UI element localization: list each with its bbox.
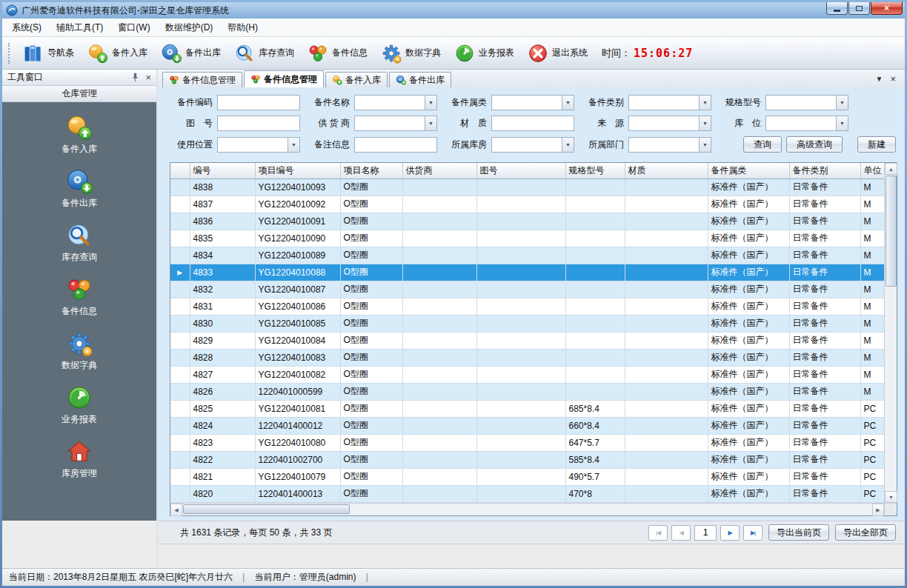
sidebar-item-inventory-search[interactable]: 库存查询 [2,222,156,264]
part-code-input[interactable] [217,95,300,110]
row-indicator[interactable] [170,230,190,247]
chevron-down-icon[interactable]: ▼ [699,116,711,130]
sidebar-item-data-dict[interactable]: 数据字典 [2,330,156,372]
menu-item[interactable]: 窗口(W) [110,19,157,36]
menu-item[interactable]: 系统(S) [4,19,49,36]
horizontal-scroll-thumb[interactable] [183,504,350,514]
department-combobox[interactable]: ▼ [628,137,711,153]
column-header[interactable]: 备件类别 [789,163,860,178]
toolbar-item-inbound[interactable]: 备件入库 [81,40,154,67]
chevron-down-icon[interactable]: ▼ [288,138,299,152]
source-combobox[interactable]: ▼ [628,116,711,131]
drawing-no-input[interactable] [217,116,300,131]
column-header[interactable]: 单位 [860,163,884,178]
menu-item[interactable]: 帮助(H) [220,19,265,36]
toolbar-item-outbound[interactable]: 备件出库 [154,40,227,67]
table-row[interactable]: 4828YG12204010083O型圈标准件（国产）日常备件M [170,349,884,366]
minimize-button[interactable] [826,2,848,15]
toolbar-item-parts-info[interactable]: 备件信息 [301,40,374,67]
vertical-scrollbar[interactable]: ▲ ▼ [884,163,897,503]
row-indicator[interactable] [170,332,190,349]
row-indicator[interactable] [170,468,190,485]
row-indicator[interactable] [170,349,190,366]
horizontal-scroll-track[interactable] [350,504,872,515]
row-indicator[interactable] [170,485,190,502]
next-page-button[interactable]: ▶ [720,525,740,541]
sidebar-item-outbound[interactable]: 备件出库 [2,168,156,210]
scroll-left-icon[interactable]: ◀ [170,504,182,516]
menu-item[interactable]: 辅助工具(T) [49,19,110,36]
tab-3-outbound[interactable]: 备件出库 [389,72,451,87]
spec-model-combobox[interactable]: ▼ [765,95,848,110]
table-row[interactable]: 4827YG12204010082O型圈标准件（国产）日常备件M [170,366,884,383]
sidebar-close-icon[interactable]: × [145,73,151,82]
table-row[interactable]: 4835YG12204010090O型圈标准件（国产）日常备件M [170,230,884,247]
tab-close-icon[interactable]: × [890,74,896,84]
export-current-page-button[interactable]: 导出当前页 [768,524,829,541]
column-header[interactable]: 项目编号 [255,163,340,178]
location-combobox[interactable]: ▼ [765,116,848,131]
sidebar-item-parts-info[interactable]: 备件信息 [2,276,156,318]
row-indicator[interactable] [170,178,190,196]
row-indicator[interactable] [170,213,190,230]
row-indicator[interactable] [170,247,190,264]
scroll-up-icon[interactable]: ▲ [885,163,897,175]
horizontal-scrollbar[interactable]: ◀ ▶ [170,503,884,515]
prev-page-button[interactable]: ◀ [671,525,691,541]
table-row[interactable]: 4837YG12204010092O型圈标准件（国产）日常备件M [170,196,884,213]
part-type-combobox[interactable]: ▼ [628,95,711,110]
pin-icon[interactable] [130,73,140,82]
chevron-down-icon[interactable]: ▼ [699,138,711,152]
toolbar-item-report[interactable]: 业务报表 [448,40,521,67]
restore-button[interactable] [848,2,870,15]
tab-2-inbound[interactable]: 备件入库 [325,72,388,87]
chevron-down-icon[interactable]: ▼ [425,116,436,130]
row-indicator[interactable] [170,400,190,417]
close-button[interactable]: × [871,2,903,15]
page-number-input[interactable] [694,525,717,541]
table-row[interactable]: 48241220401400012O型圈660*8.4标准件（国产）日常备件PC [170,417,884,434]
warehouse-combobox[interactable]: ▼ [491,137,574,153]
toolbar-item-inventory-search[interactable]: 库存查询 [227,40,301,67]
table-row[interactable]: 4834YG12204010089O型圈标准件（国产）日常备件M [170,247,884,264]
table-row[interactable]: 4825YG12204010081O型圈685*8.4标准件（国产）日常备件PC [170,400,884,417]
advanced-query-button[interactable]: 高级查询 [786,136,843,153]
sidebar-item-report[interactable]: 业务报表 [2,384,156,426]
table-row[interactable]: 48221220401002700O型圈585*8.4标准件（国产）日常备件PC [170,451,884,468]
chevron-down-icon[interactable]: ▼ [836,96,848,110]
table-row[interactable]: 48201220401400013O型圈470*8标准件（国产）日常备件PC [170,485,884,502]
row-indicator[interactable] [170,366,190,383]
column-header[interactable]: 备件属类 [708,163,789,178]
tab-1-parts-info[interactable]: 备件信息管理 [244,70,324,87]
column-header[interactable]: 项目名称 [340,163,402,178]
new-button[interactable]: 新建 [857,136,896,153]
row-indicator[interactable] [170,383,190,400]
scroll-down-icon[interactable]: ▼ [885,491,897,503]
chevron-down-icon[interactable]: ▼ [562,96,574,110]
vertical-scroll-thumb[interactable] [886,176,897,287]
table-row[interactable]: 4832YG12204010087O型圈标准件（国产）日常备件M [170,281,884,298]
table-row[interactable]: 4836YG12204010091O型圈标准件（国产）日常备件M [170,213,884,230]
table-row[interactable]: 4831YG12204010086O型圈标准件（国产）日常备件M [170,298,884,315]
chevron-down-icon[interactable]: ▼ [425,96,436,110]
last-page-button[interactable]: ▶| [743,525,763,541]
table-row[interactable]: ▶4833YG12204010088O型圈标准件（国产）日常备件M [170,264,884,281]
toolbar-item-data-dict[interactable]: 数据字典 [374,40,448,67]
sidebar-item-warehouse[interactable]: 库房管理 [2,438,156,480]
chevron-down-icon[interactable]: ▼ [836,116,848,130]
chevron-down-icon[interactable]: ▼ [699,96,711,110]
part-name-combobox[interactable]: ▼ [354,95,437,110]
menu-item[interactable]: 数据维护(D) [158,19,221,36]
supplier-combobox[interactable]: ▼ [354,116,437,131]
column-header[interactable]: 规格型号 [565,163,625,178]
column-header[interactable]: 供货商 [402,163,476,178]
sidebar-section-header[interactable]: 仓库管理 [2,86,156,102]
tab-list-dropdown-icon[interactable]: ▼ [876,76,883,83]
table-row[interactable]: 48261220401000599O型圈标准件（国产）日常备件M [170,383,884,400]
remark-input[interactable] [354,137,437,153]
row-indicator[interactable] [170,434,190,451]
query-button[interactable]: 查询 [743,136,782,153]
vertical-scroll-track[interactable] [885,287,897,491]
column-header[interactable]: 编号 [190,163,255,178]
row-indicator[interactable] [170,315,190,332]
